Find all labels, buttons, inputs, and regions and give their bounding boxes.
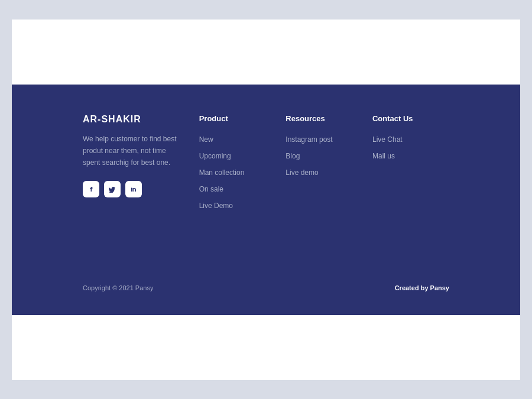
contact-col-title: Contact Us — [372, 114, 449, 123]
footer-brand: AR-SHAKIR We help customer to find best … — [83, 114, 189, 255]
list-item: Man collection — [199, 167, 276, 177]
list-item: Upcoming — [199, 150, 276, 161]
list-item: Blog — [286, 150, 362, 161]
resources-col-title: Resources — [286, 114, 362, 123]
resources-link-instagram[interactable]: Instagram post — [286, 135, 332, 144]
footer-bottom: Copyright © 2021 Pansy Created by Pansy — [83, 284, 449, 291]
twitter-icon[interactable] — [104, 181, 121, 197]
footer-resources-col: Resources Instagram post Blog Live demo — [286, 114, 362, 255]
list-item: Live Demo — [199, 200, 276, 210]
created-by-label: Created by — [395, 284, 430, 291]
product-col-title: Product — [199, 114, 276, 123]
footer-product-col: Product New Upcoming Man collection On s… — [199, 114, 276, 255]
facebook-icon[interactable] — [83, 181, 99, 197]
list-item: Live demo — [286, 167, 362, 177]
contact-link-live-chat[interactable]: Live Chat — [372, 135, 403, 144]
copyright-text: Copyright © 2021 Pansy — [83, 284, 153, 291]
resources-link-live-demo[interactable]: Live demo — [286, 168, 318, 177]
created-by-brand: Pansy — [430, 284, 449, 291]
product-link-live-demo[interactable]: Live Demo — [199, 202, 233, 210]
linkedin-icon[interactable] — [125, 181, 142, 197]
list-item: Mail us — [372, 150, 449, 161]
list-item: Live Chat — [372, 134, 449, 144]
product-link-new[interactable]: New — [199, 135, 213, 144]
product-link-upcoming[interactable]: Upcoming — [199, 152, 231, 160]
created-by-text: Created by Pansy — [395, 284, 449, 291]
footer-contact-col: Contact Us Live Chat Mail us — [372, 114, 449, 255]
product-link-man-collection[interactable]: Man collection — [199, 168, 245, 177]
bottom-white-section — [12, 315, 520, 380]
brand-description: We help customer to find best produt nea… — [83, 133, 177, 169]
page-wrapper: AR-SHAKIR We help customer to find best … — [12, 20, 520, 380]
list-item: On sale — [199, 183, 276, 194]
list-item: Instagram post — [286, 134, 362, 144]
contact-links-list: Live Chat Mail us — [372, 134, 449, 161]
footer-section: AR-SHAKIR We help customer to find best … — [12, 85, 520, 315]
brand-name: AR-SHAKIR — [83, 114, 189, 125]
resources-links-list: Instagram post Blog Live demo — [286, 134, 362, 177]
footer-main: AR-SHAKIR We help customer to find best … — [83, 114, 449, 255]
list-item: New — [199, 134, 276, 144]
top-white-section — [12, 20, 520, 85]
product-links-list: New Upcoming Man collection On sale Live… — [199, 134, 276, 210]
contact-link-mail-us[interactable]: Mail us — [372, 152, 395, 160]
social-icons-group — [83, 181, 189, 197]
resources-link-blog[interactable]: Blog — [286, 152, 300, 160]
product-link-on-sale[interactable]: On sale — [199, 185, 223, 193]
